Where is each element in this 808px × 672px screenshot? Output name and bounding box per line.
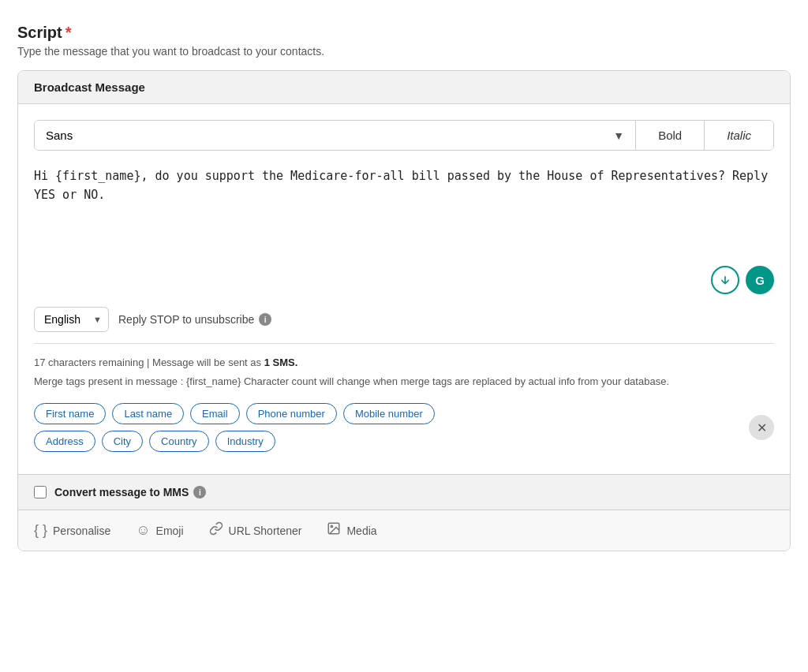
script-subtitle: Type the message that you want to broadc… — [17, 45, 791, 58]
emoji-button[interactable]: ☺ Emoji — [136, 522, 183, 539]
font-select-wrapper: Sans Serif Monospace ▼ — [35, 121, 636, 150]
url-shortener-button[interactable]: URL Shortener — [209, 521, 302, 539]
broadcast-box: Broadcast Message Sans Serif Monospace ▼… — [17, 70, 791, 551]
italic-button[interactable]: Italic — [705, 121, 773, 150]
editor-actions: G — [34, 266, 774, 294]
media-button[interactable]: Media — [327, 521, 376, 539]
emoji-label: Emoji — [156, 525, 184, 537]
font-select[interactable]: Sans Serif Monospace — [35, 121, 635, 150]
mms-info-icon[interactable]: i — [193, 486, 206, 498]
broadcast-body: Sans Serif Monospace ▼ Bold Italic Hi {f… — [18, 104, 790, 474]
tag-industry[interactable]: Industry — [215, 431, 275, 452]
sms-count: 1 SMS. — [264, 357, 298, 368]
tags-row-2: Address City Country Industry — [34, 431, 735, 452]
unsubscribe-info-icon[interactable]: i — [259, 313, 271, 326]
char-remaining-text: 17 characters remaining | Message will b… — [34, 357, 264, 368]
script-title-text: Script — [17, 24, 62, 42]
emoji-icon: ☺ — [136, 522, 150, 539]
mms-label-text: Convert message to MMS — [54, 486, 189, 498]
down-arrow-icon-button[interactable] — [711, 266, 739, 294]
mms-checkbox[interactable] — [34, 486, 47, 498]
tag-last-name[interactable]: Last name — [112, 403, 184, 424]
tags-row-1: First name Last name Email Phone number … — [34, 403, 735, 424]
close-tags-button[interactable]: ✕ — [749, 415, 774, 440]
mms-section: Convert message to MMS i — [18, 474, 790, 510]
unsubscribe-text: Reply STOP to unsubscribe i — [118, 313, 271, 326]
page-container: Script * Type the message that you want … — [17, 24, 791, 551]
tag-mobile-number[interactable]: Mobile number — [343, 403, 435, 424]
tag-address[interactable]: Address — [34, 431, 95, 452]
tag-first-name[interactable]: First name — [34, 403, 106, 424]
tag-phone-number[interactable]: Phone number — [246, 403, 337, 424]
font-toolbar: Sans Serif Monospace ▼ Bold Italic — [34, 120, 774, 151]
url-icon — [209, 521, 223, 539]
personalise-button[interactable]: { } Personalise — [34, 522, 110, 539]
svg-point-1 — [331, 525, 333, 527]
merge-info: Merge tags present in message : {first_n… — [34, 374, 774, 390]
mms-label: Convert message to MMS i — [54, 486, 206, 498]
grammarly-button[interactable]: G — [746, 266, 774, 294]
tag-email[interactable]: Email — [190, 403, 240, 424]
message-textarea[interactable]: Hi {first_name}, do you support the Medi… — [34, 166, 774, 253]
tag-country[interactable]: Country — [149, 431, 209, 452]
required-indicator: * — [65, 24, 72, 42]
bold-button[interactable]: Bold — [636, 121, 705, 150]
url-label: URL Shortener — [229, 525, 302, 537]
language-select[interactable]: English Spanish French — [34, 307, 109, 332]
char-info: 17 characters remaining | Message will b… — [34, 355, 774, 371]
bottom-toolbar: { } Personalise ☺ Emoji URL Shortener — [18, 510, 790, 551]
unsubscribe-label: Reply STOP to unsubscribe — [118, 313, 254, 326]
personalise-icon: { } — [34, 522, 47, 539]
script-title: Script * — [17, 24, 791, 42]
broadcast-header: Broadcast Message — [18, 71, 790, 104]
personalise-label: Personalise — [53, 525, 110, 537]
language-select-wrapper: English Spanish French ▼ — [34, 307, 109, 332]
language-row: English Spanish French ▼ Reply STOP to u… — [34, 307, 774, 332]
close-icon: ✕ — [757, 420, 767, 435]
tag-city[interactable]: City — [102, 431, 143, 452]
tags-section: First name Last name Email Phone number … — [34, 403, 774, 452]
script-header: Script * Type the message that you want … — [17, 24, 791, 58]
divider — [34, 343, 774, 344]
media-label: Media — [346, 525, 376, 537]
media-icon — [327, 521, 341, 539]
